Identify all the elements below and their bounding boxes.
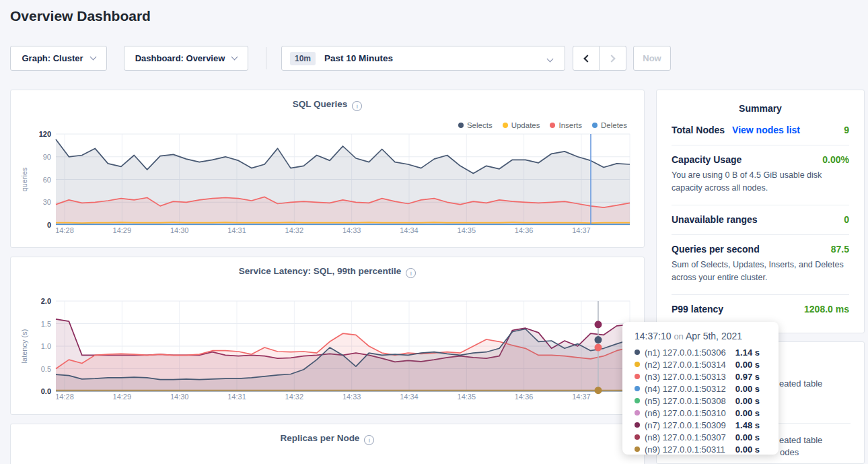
node-latency-value: 0.00 s <box>735 408 760 418</box>
event-row-fragment[interactable]: eated table <box>779 435 822 445</box>
tooltip-node-row: (n9) 127.0.0.1:503110.00 s <box>622 443 779 455</box>
graph-selector-label: Graph: Cluster <box>22 53 83 63</box>
node-color-dot-icon <box>635 386 640 391</box>
summary-row-p99-latency: P99 latency 1208.0 ms <box>672 295 849 324</box>
node-latency-value: 1.48 s <box>735 420 760 430</box>
svg-text:14:31: 14:31 <box>227 226 246 234</box>
summary-row-queries-per-second: Queries per second 87.5 Sum of Selects, … <box>672 235 849 295</box>
chart-title-replicas-per-node: Replicas per Nodei <box>11 433 644 445</box>
chevron-down-icon <box>547 56 554 63</box>
node-color-dot-icon <box>635 374 640 379</box>
chevron-down-icon <box>231 54 238 61</box>
node-address: (n1) 127.0.0.1:50306 <box>645 347 726 358</box>
p99-latency-label: P99 latency <box>672 304 723 314</box>
svg-text:2.0: 2.0 <box>41 297 51 305</box>
capacity-usage-value: 0.00% <box>822 154 849 165</box>
capacity-usage-label: Capacity Usage <box>672 154 742 165</box>
time-range-dropdown[interactable]: 10m Past 10 Minutes <box>281 46 565 71</box>
tooltip-on-word: on <box>674 331 683 341</box>
total-nodes-label: Total Nodes <box>672 125 725 135</box>
svg-text:30: 30 <box>43 198 51 206</box>
time-range-label: Past 10 Minutes <box>324 53 393 63</box>
svg-text:14:36: 14:36 <box>515 393 534 401</box>
sql-queries-chart[interactable]: 030609012014:2814:2914:3014:3114:3214:33… <box>11 90 644 247</box>
service-latency-chart-card: Service Latency: SQL, 99th percentilei 0… <box>10 257 645 415</box>
svg-text:90: 90 <box>43 153 51 161</box>
tooltip-time: 14:37:10 <box>635 331 672 341</box>
tooltip-node-row: (n4) 127.0.0.1:503120.00 s <box>622 383 779 395</box>
node-address: (n7) 127.0.0.1:50309 <box>645 420 726 430</box>
svg-text:60: 60 <box>43 176 51 184</box>
event-row-fragment[interactable]: odes <box>780 447 799 457</box>
node-latency-value: 0.00 s <box>735 396 760 406</box>
svg-text:0: 0 <box>47 221 51 229</box>
chevron-down-icon <box>89 54 96 61</box>
summary-panel: Summary Total Nodes View nodes list 9 Ca… <box>656 90 865 333</box>
tooltip-node-row: (n5) 127.0.0.1:503080.00 s <box>622 395 779 407</box>
svg-text:14:33: 14:33 <box>342 226 361 234</box>
queries-per-second-description: Sum of Selects, Updates, Inserts, and De… <box>672 259 849 285</box>
event-row-fragment[interactable]: eated table <box>779 378 822 389</box>
summary-heading: Summary <box>672 103 849 114</box>
svg-text:14:28: 14:28 <box>55 226 74 234</box>
node-latency-value: 0.00 s <box>735 444 760 455</box>
replicas-per-node-chart-card: Replicas per Nodei <box>10 424 645 464</box>
svg-text:14:30: 14:30 <box>170 393 189 401</box>
tooltip-node-row: (n1) 127.0.0.1:503061.14 s <box>622 346 779 358</box>
svg-text:14:31: 14:31 <box>227 393 246 401</box>
node-latency-value: 0.00 s <box>735 384 760 394</box>
info-icon[interactable]: i <box>364 435 374 445</box>
svg-text:14:35: 14:35 <box>458 393 476 401</box>
svg-text:0.0: 0.0 <box>41 387 51 395</box>
chevron-left-icon <box>583 55 591 62</box>
svg-text:latency (s): latency (s) <box>20 329 28 364</box>
tooltip-node-row: (n8) 127.0.0.1:503070.00 s <box>622 431 779 443</box>
svg-text:14:37: 14:37 <box>572 226 591 234</box>
node-address: (n9) 127.0.0.1:50311 <box>645 444 725 455</box>
dashboard-selector-label: Dashboard: Overview <box>135 53 225 63</box>
dashboard-selector-dropdown[interactable]: Dashboard: Overview <box>124 46 248 71</box>
svg-text:120: 120 <box>39 130 51 138</box>
node-latency-value: 0.97 s <box>735 372 760 382</box>
queries-per-second-value: 87.5 <box>831 244 849 255</box>
tooltip-timestamp: 14:37:10 on Apr 5th, 2021 <box>622 322 779 346</box>
node-address: (n6) 127.0.0.1:50310 <box>645 408 726 418</box>
svg-text:14:36: 14:36 <box>515 226 534 234</box>
view-nodes-list-link[interactable]: View nodes list <box>732 125 800 135</box>
tooltip-node-rows: (n1) 127.0.0.1:503061.14 s(n2) 127.0.0.1… <box>622 346 779 455</box>
tooltip-node-row: (n7) 127.0.0.1:503091.48 s <box>622 419 779 431</box>
total-nodes-value: 9 <box>844 125 849 135</box>
node-address: (n5) 127.0.0.1:50308 <box>645 396 726 406</box>
svg-text:14:28: 14:28 <box>55 393 74 401</box>
node-color-dot-icon <box>635 446 640 452</box>
capacity-usage-description: You are using 0 B of 4.5 GiB usable disk… <box>672 169 849 195</box>
overview-dashboard-page: Overview Dashboard Graph: Cluster Dashbo… <box>0 0 868 464</box>
svg-text:14:34: 14:34 <box>400 393 419 401</box>
tooltip-node-row: (n3) 127.0.0.1:503130.97 s <box>622 370 779 383</box>
tooltip-date: Apr 5th, 2021 <box>686 331 742 341</box>
svg-text:14:32: 14:32 <box>285 226 304 234</box>
node-color-dot-icon <box>635 422 640 428</box>
node-latency-value: 1.14 s <box>735 347 760 358</box>
svg-text:14:29: 14:29 <box>113 393 132 401</box>
tooltip-node-row: (n6) 127.0.0.1:503100.00 s <box>622 407 779 419</box>
svg-text:14:37: 14:37 <box>572 393 591 401</box>
svg-text:14:30: 14:30 <box>170 226 189 234</box>
now-button[interactable]: Now <box>633 46 671 71</box>
service-latency-chart[interactable]: 0.00.51.01.52.014:2814:2914:3014:3114:32… <box>11 257 644 414</box>
time-prev-button[interactable] <box>573 46 600 71</box>
summary-row-capacity-usage: Capacity Usage 0.00% You are using 0 B o… <box>672 145 849 205</box>
node-address: (n2) 127.0.0.1:50314 <box>645 360 726 370</box>
node-address: (n3) 127.0.0.1:50313 <box>645 372 726 382</box>
time-next-button[interactable] <box>600 46 626 71</box>
node-address: (n8) 127.0.0.1:50307 <box>645 432 726 442</box>
svg-text:14:29: 14:29 <box>113 226 132 234</box>
graph-selector-dropdown[interactable]: Graph: Cluster <box>10 46 107 71</box>
svg-text:14:34: 14:34 <box>400 226 419 234</box>
node-latency-value: 0.00 s <box>735 432 760 442</box>
p99-latency-value: 1208.0 ms <box>804 304 849 314</box>
svg-text:queries: queries <box>20 167 28 192</box>
queries-per-second-label: Queries per second <box>672 244 760 255</box>
svg-text:14:33: 14:33 <box>342 393 361 401</box>
unavailable-ranges-label: Unavailable ranges <box>672 214 758 225</box>
